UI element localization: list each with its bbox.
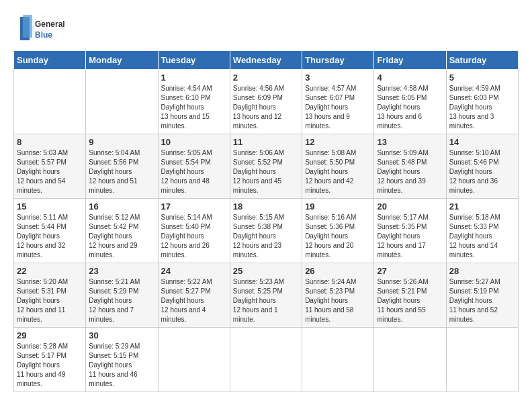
calendar-cell: 25Sunrise: 5:23 AMSunset: 5:25 PMDayligh… <box>230 263 302 328</box>
day-info: Sunrise: 5:23 AMSunset: 5:25 PMDaylight … <box>233 278 284 323</box>
day-number: 25 <box>233 266 299 276</box>
calendar-cell: 12Sunrise: 5:08 AMSunset: 5:50 PMDayligh… <box>302 134 374 199</box>
weekday-header: Saturday <box>446 51 518 70</box>
calendar-cell: 21Sunrise: 5:18 AMSunset: 5:33 PMDayligh… <box>446 199 518 263</box>
calendar-cell <box>446 328 518 392</box>
calendar-cell <box>374 328 446 392</box>
calendar-cell: 14Sunrise: 5:10 AMSunset: 5:46 PMDayligh… <box>446 134 518 199</box>
calendar-cell: 1Sunrise: 4:54 AMSunset: 6:10 PMDaylight… <box>158 70 230 134</box>
day-number: 5 <box>449 73 515 83</box>
day-number: 2 <box>233 73 299 83</box>
day-info: Sunrise: 5:21 AMSunset: 5:29 PMDaylight … <box>89 278 140 323</box>
day-info: Sunrise: 4:57 AMSunset: 6:07 PMDaylight … <box>305 85 356 130</box>
day-info: Sunrise: 4:58 AMSunset: 6:05 PMDaylight … <box>377 85 428 130</box>
calendar-cell: 30Sunrise: 5:29 AMSunset: 5:15 PMDayligh… <box>86 328 158 392</box>
day-info: Sunrise: 5:20 AMSunset: 5:31 PMDaylight … <box>17 278 68 323</box>
calendar-table: SundayMondayTuesdayWednesdayThursdayFrid… <box>13 50 519 392</box>
day-info: Sunrise: 5:28 AMSunset: 5:17 PMDaylight … <box>17 342 68 387</box>
calendar-cell <box>302 328 374 392</box>
day-info: Sunrise: 4:54 AMSunset: 6:10 PMDaylight … <box>161 85 212 130</box>
day-info: Sunrise: 5:12 AMSunset: 5:42 PMDaylight … <box>89 214 140 259</box>
day-number: 11 <box>233 137 299 147</box>
day-number: 12 <box>305 137 371 147</box>
day-number: 4 <box>377 73 443 83</box>
day-info: Sunrise: 5:09 AMSunset: 5:48 PMDaylight … <box>377 149 428 194</box>
day-info: Sunrise: 5:14 AMSunset: 5:40 PMDaylight … <box>161 214 212 259</box>
day-number: 14 <box>449 137 515 147</box>
day-number: 30 <box>89 330 154 340</box>
day-number: 17 <box>161 201 227 212</box>
day-number: 15 <box>17 201 83 212</box>
calendar-cell: 18Sunrise: 5:15 AMSunset: 5:38 PMDayligh… <box>230 199 302 263</box>
calendar-cell: 22Sunrise: 5:20 AMSunset: 5:31 PMDayligh… <box>14 263 86 328</box>
svg-text:Blue: Blue <box>35 30 52 40</box>
calendar-cell: 13Sunrise: 5:09 AMSunset: 5:48 PMDayligh… <box>374 134 446 199</box>
calendar-cell: 16Sunrise: 5:12 AMSunset: 5:42 PMDayligh… <box>86 199 158 263</box>
day-info: Sunrise: 5:08 AMSunset: 5:50 PMDaylight … <box>305 149 356 194</box>
calendar-week-row: 15Sunrise: 5:11 AMSunset: 5:44 PMDayligh… <box>14 199 519 263</box>
weekday-header: Friday <box>374 51 446 70</box>
calendar-cell: 10Sunrise: 5:05 AMSunset: 5:54 PMDayligh… <box>158 134 230 199</box>
day-number: 21 <box>449 201 515 212</box>
day-info: Sunrise: 5:16 AMSunset: 5:36 PMDaylight … <box>305 214 356 259</box>
day-info: Sunrise: 4:56 AMSunset: 6:09 PMDaylight … <box>233 85 284 130</box>
calendar-cell: 23Sunrise: 5:21 AMSunset: 5:29 PMDayligh… <box>86 263 158 328</box>
day-info: Sunrise: 5:18 AMSunset: 5:33 PMDaylight … <box>449 214 500 259</box>
day-info: Sunrise: 5:27 AMSunset: 5:19 PMDaylight … <box>449 278 500 323</box>
calendar-cell: 29Sunrise: 5:28 AMSunset: 5:17 PMDayligh… <box>14 328 86 392</box>
calendar-cell <box>14 70 86 134</box>
calendar-week-row: 1Sunrise: 4:54 AMSunset: 6:10 PMDaylight… <box>14 70 519 134</box>
day-number: 16 <box>89 201 154 212</box>
weekday-header: Tuesday <box>158 51 230 70</box>
calendar-cell: 9Sunrise: 5:04 AMSunset: 5:56 PMDaylight… <box>86 134 158 199</box>
calendar-cell: 20Sunrise: 5:17 AMSunset: 5:35 PMDayligh… <box>374 199 446 263</box>
day-number: 1 <box>161 73 227 83</box>
day-info: Sunrise: 5:03 AMSunset: 5:57 PMDaylight … <box>17 149 68 194</box>
calendar-cell <box>230 328 302 392</box>
day-info: Sunrise: 5:26 AMSunset: 5:21 PMDaylight … <box>377 278 428 323</box>
calendar-week-row: 8Sunrise: 5:03 AMSunset: 5:57 PMDaylight… <box>14 134 519 199</box>
day-number: 9 <box>89 137 154 147</box>
calendar-cell: 4Sunrise: 4:58 AMSunset: 6:05 PMDaylight… <box>374 70 446 134</box>
calendar-week-row: 29Sunrise: 5:28 AMSunset: 5:17 PMDayligh… <box>14 328 519 392</box>
calendar-cell: 8Sunrise: 5:03 AMSunset: 5:57 PMDaylight… <box>14 134 86 199</box>
svg-text:General: General <box>35 19 65 29</box>
day-info: Sunrise: 5:10 AMSunset: 5:46 PMDaylight … <box>449 149 500 194</box>
weekday-header: Monday <box>86 51 158 70</box>
day-number: 3 <box>305 73 371 83</box>
day-info: Sunrise: 5:05 AMSunset: 5:54 PMDaylight … <box>161 149 212 194</box>
calendar-cell: 26Sunrise: 5:24 AMSunset: 5:23 PMDayligh… <box>302 263 374 328</box>
calendar-cell <box>158 328 230 392</box>
day-number: 23 <box>89 266 154 276</box>
svg-marker-3 <box>23 15 32 38</box>
day-number: 26 <box>305 266 371 276</box>
logo-svg: General Blue <box>13 13 67 44</box>
calendar-cell: 24Sunrise: 5:22 AMSunset: 5:27 PMDayligh… <box>158 263 230 328</box>
day-info: Sunrise: 5:22 AMSunset: 5:27 PMDaylight … <box>161 278 212 323</box>
calendar-cell: 17Sunrise: 5:14 AMSunset: 5:40 PMDayligh… <box>158 199 230 263</box>
calendar-cell: 2Sunrise: 4:56 AMSunset: 6:09 PMDaylight… <box>230 70 302 134</box>
day-number: 18 <box>233 201 299 212</box>
day-number: 28 <box>449 266 515 276</box>
day-info: Sunrise: 5:24 AMSunset: 5:23 PMDaylight … <box>305 278 356 323</box>
day-number: 8 <box>17 137 83 147</box>
day-info: Sunrise: 5:04 AMSunset: 5:56 PMDaylight … <box>89 149 140 194</box>
logo: General Blue <box>13 13 67 44</box>
day-info: Sunrise: 4:59 AMSunset: 6:03 PMDaylight … <box>449 85 500 130</box>
calendar-cell: 19Sunrise: 5:16 AMSunset: 5:36 PMDayligh… <box>302 199 374 263</box>
day-number: 20 <box>377 201 443 212</box>
day-info: Sunrise: 5:11 AMSunset: 5:44 PMDaylight … <box>17 214 68 259</box>
calendar-week-row: 22Sunrise: 5:20 AMSunset: 5:31 PMDayligh… <box>14 263 519 328</box>
calendar-cell: 11Sunrise: 5:06 AMSunset: 5:52 PMDayligh… <box>230 134 302 199</box>
day-number: 27 <box>377 266 443 276</box>
weekday-header-row: SundayMondayTuesdayWednesdayThursdayFrid… <box>14 51 519 70</box>
calendar-cell <box>86 70 158 134</box>
weekday-header: Sunday <box>14 51 86 70</box>
day-number: 10 <box>161 137 227 147</box>
day-info: Sunrise: 5:29 AMSunset: 5:15 PMDaylight … <box>89 342 140 387</box>
day-number: 19 <box>305 201 371 212</box>
calendar-cell: 27Sunrise: 5:26 AMSunset: 5:21 PMDayligh… <box>374 263 446 328</box>
calendar-cell: 5Sunrise: 4:59 AMSunset: 6:03 PMDaylight… <box>446 70 518 134</box>
calendar-cell: 3Sunrise: 4:57 AMSunset: 6:07 PMDaylight… <box>302 70 374 134</box>
day-number: 24 <box>161 266 227 276</box>
